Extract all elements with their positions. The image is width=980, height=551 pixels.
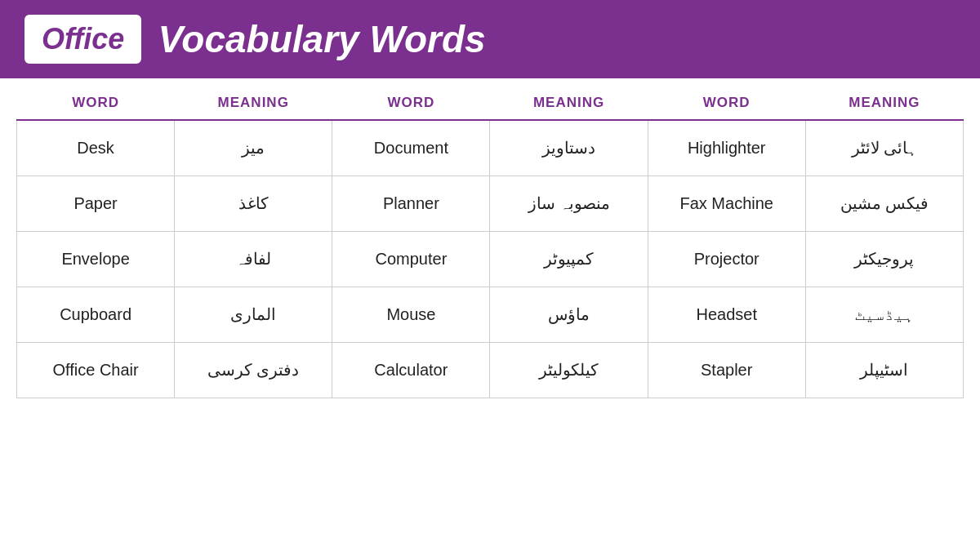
table-row: DeskمیزDocumentدستاویزHighlighterہائی لا… [17, 120, 964, 176]
word-cell: Computer [332, 231, 490, 287]
meaning-cell: پروجیکٹر [805, 231, 963, 287]
word-cell: Calculator [332, 342, 490, 398]
col-header-meaning3: MEANING [805, 87, 963, 120]
word-cell: Office Chair [17, 342, 175, 398]
meaning-cell: کمپیوٹر [490, 231, 648, 287]
word-cell: Mouse [332, 287, 490, 342]
meaning-cell: اسٹیپلر [805, 342, 963, 398]
meaning-cell: ماؤس [490, 287, 648, 342]
word-cell: Headset [648, 287, 805, 342]
meaning-cell: فیکس مشین [805, 176, 963, 231]
meaning-cell: میز [175, 120, 332, 176]
table-row: Office Chairدفتری کرسیCalculatorکیلکولیٹ… [17, 342, 964, 398]
page-title: Vocabulary Words [158, 17, 485, 61]
vocabulary-table: WORD MEANING WORD MEANING WORD MEANING D… [16, 87, 964, 398]
meaning-cell: دستاویز [490, 120, 648, 176]
word-cell: Desk [17, 120, 175, 176]
meaning-cell: ہیڈسیٹ [805, 287, 963, 342]
word-cell: Stapler [648, 342, 805, 398]
col-header-word2: WORD [332, 87, 490, 120]
table-section: WORD MEANING WORD MEANING WORD MEANING D… [0, 78, 980, 398]
meaning-cell: الماری [175, 287, 332, 342]
word-cell: Highlighter [648, 120, 805, 176]
meaning-cell: منصوبہ ساز [490, 176, 648, 231]
meaning-cell: لفافہ [175, 231, 332, 287]
meaning-cell: کاغذ [175, 176, 332, 231]
word-cell: Envelope [17, 231, 175, 287]
meaning-cell: دفتری کرسی [175, 342, 332, 398]
word-cell: Cupboard [17, 287, 175, 342]
table-row: EnvelopeلفافہComputerکمپیوٹرProjectorپرو… [17, 231, 964, 287]
col-header-word1: WORD [17, 87, 175, 120]
word-cell: Paper [17, 176, 175, 231]
word-cell: Document [332, 120, 490, 176]
table-row: CupboardالماریMouseماؤسHeadsetہیڈسیٹ [17, 287, 964, 342]
meaning-cell: کیلکولیٹر [490, 342, 648, 398]
header: Office Vocabulary Words [0, 0, 980, 78]
meaning-cell: ہائی لائٹر [805, 120, 963, 176]
table-row: PaperکاغذPlannerمنصوبہ سازFax Machineفیک… [17, 176, 964, 231]
word-cell: Planner [332, 176, 490, 231]
word-cell: Projector [648, 231, 805, 287]
col-header-word3: WORD [648, 87, 805, 120]
col-header-meaning2: MEANING [490, 87, 648, 120]
table-header-row: WORD MEANING WORD MEANING WORD MEANING [17, 87, 964, 120]
word-cell: Fax Machine [648, 176, 805, 231]
office-label: Office [42, 22, 124, 56]
col-header-meaning1: MEANING [175, 87, 332, 120]
office-box: Office [24, 15, 141, 64]
